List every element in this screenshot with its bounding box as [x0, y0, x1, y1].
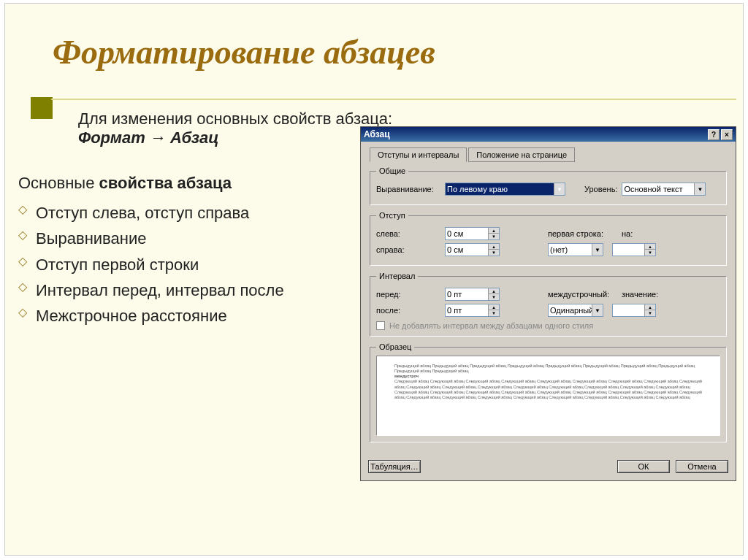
- spinner-buttons[interactable]: ▲▼: [488, 228, 499, 239]
- accent-line: [51, 99, 736, 100]
- alignment-dropdown[interactable]: По левому краю ▼: [445, 183, 565, 196]
- cancel-button[interactable]: Отмена: [676, 460, 728, 473]
- indent-left-spinner[interactable]: 0 см ▲▼: [445, 227, 500, 240]
- label-after: после:: [376, 306, 440, 315]
- firstline-value-spinner[interactable]: ▲▼: [612, 243, 656, 256]
- label-left: слева:: [376, 229, 440, 238]
- label-right: справа:: [376, 245, 440, 254]
- list-item: Выравнивание: [18, 226, 284, 251]
- slide: Форматирование абзацев Для изменения осн…: [4, 3, 744, 556]
- spinner-buttons[interactable]: ▲▼: [644, 244, 655, 256]
- intro-line1: Для изменения основных свойств абзаца:: [78, 110, 392, 129]
- legend-indent: Отступ: [376, 211, 408, 220]
- sample-preview: Предыдущий абзац Предыдущий абзац Предыд…: [376, 356, 720, 436]
- dialog-footer: Табуляция… ОК Отмена: [361, 456, 736, 480]
- label-value: значение:: [622, 290, 658, 299]
- before-spinner[interactable]: 0 пт ▲▼: [445, 288, 500, 301]
- checkbox-icon: [376, 321, 385, 330]
- spinner-buttons[interactable]: ▲▼: [488, 244, 499, 256]
- linespacing-dropdown[interactable]: Одинарный ▼: [548, 304, 603, 317]
- chevron-down-icon: ▼: [694, 183, 705, 195]
- close-button[interactable]: ×: [721, 129, 733, 140]
- legend-general: Общие: [376, 166, 408, 175]
- slide-title: Форматирование абзацев: [53, 33, 435, 72]
- group-indent: Отступ слева: 0 см ▲▼ первая строка: на:…: [370, 211, 727, 266]
- indent-right-spinner[interactable]: 0 см ▲▼: [445, 243, 500, 256]
- label-on: на:: [622, 229, 644, 238]
- label-linespacing: междустрочный:: [548, 290, 617, 299]
- chevron-down-icon: ▼: [592, 244, 603, 256]
- properties-list: Основные свойства абзаца Отступ слева, о…: [18, 170, 284, 329]
- dialog-titlebar[interactable]: Абзац ? ×: [361, 127, 736, 142]
- spinner-buttons[interactable]: ▲▼: [488, 304, 499, 316]
- accent-square: [31, 97, 53, 119]
- same-style-checkbox[interactable]: Не добавлять интервал между абзацами одн…: [376, 321, 720, 330]
- group-interval: Интервал перед: 0 пт ▲▼ междустрочный: з…: [370, 272, 727, 337]
- dialog-title: Абзац: [364, 129, 390, 139]
- level-dropdown[interactable]: Основной текст ▼: [622, 183, 706, 196]
- label-firstline: первая строка:: [548, 229, 617, 238]
- paragraph-dialog: Абзац ? × Отступы и интервалы Положение …: [360, 126, 736, 481]
- legend-interval: Интервал: [376, 272, 418, 280]
- spinner-buttons[interactable]: ▲▼: [488, 288, 499, 300]
- help-button[interactable]: ?: [708, 129, 720, 140]
- after-spinner[interactable]: 0 пт ▲▼: [445, 304, 500, 317]
- properties-heading: Основные свойства абзаца: [18, 170, 284, 196]
- ok-button[interactable]: ОК: [617, 460, 670, 473]
- legend-sample: Образец: [376, 342, 414, 351]
- group-sample: Образец Предыдущий абзац Предыдущий абза…: [370, 342, 727, 442]
- tab-strip: Отступы и интервалы Положение на страниц…: [370, 147, 727, 162]
- list-item: Межстрочное расстояние: [18, 303, 284, 329]
- tab-position[interactable]: Положение на странице: [468, 147, 575, 162]
- tab-indents[interactable]: Отступы и интервалы: [370, 147, 467, 162]
- intro-text: Для изменения основных свойств абзаца: Ф…: [78, 110, 392, 147]
- tabulation-button[interactable]: Табуляция…: [368, 460, 421, 473]
- label-alignment: Выравнивание:: [376, 185, 440, 193]
- chevron-down-icon: ▼: [554, 183, 565, 195]
- linespacing-value-spinner[interactable]: ▲▼: [612, 304, 656, 317]
- label-level: Уровень:: [584, 185, 617, 193]
- list-item: Интервал перед, интервал после: [18, 277, 284, 303]
- list-item: Отступ слева, отступ справа: [18, 200, 284, 226]
- spinner-buttons[interactable]: ▲▼: [644, 304, 655, 316]
- list-item: Отступ первой строки: [18, 252, 284, 277]
- firstline-dropdown[interactable]: (нет) ▼: [548, 243, 603, 256]
- group-general: Общие Выравнивание: По левому краю ▼ Уро…: [370, 166, 727, 205]
- label-before: перед:: [376, 290, 440, 299]
- chevron-down-icon: ▼: [592, 304, 603, 316]
- intro-line2: Формат → Абзац: [78, 129, 392, 147]
